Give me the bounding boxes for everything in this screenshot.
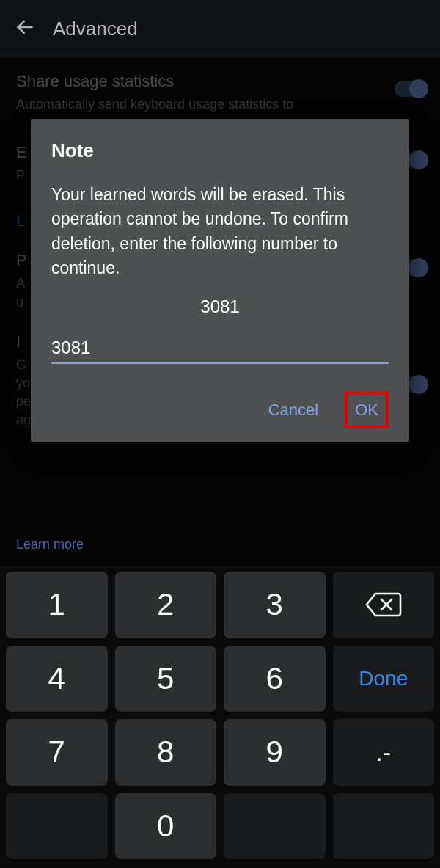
- page-title: Advanced: [53, 18, 138, 40]
- key-4[interactable]: 4: [6, 646, 108, 712]
- key-8[interactable]: 8: [115, 719, 217, 786]
- key-9[interactable]: 9: [224, 719, 326, 786]
- key-backspace[interactable]: [333, 572, 435, 638]
- toggle-thumb: [409, 79, 428, 98]
- arrow-left-icon: [15, 17, 35, 37]
- key-3[interactable]: 3: [224, 572, 326, 638]
- toggle-thumb: [409, 150, 428, 169]
- key-2[interactable]: 2: [115, 572, 217, 638]
- cancel-button[interactable]: Cancel: [261, 395, 326, 426]
- toggle-thumb: [409, 375, 428, 394]
- confirm-delete-dialog: Note Your learned words will be erased. …: [31, 119, 409, 442]
- setting-title: Share usage statistics: [16, 72, 424, 91]
- key-5[interactable]: 5: [115, 646, 217, 712]
- key-1[interactable]: 1: [6, 572, 108, 638]
- key-empty-right: [224, 793, 326, 860]
- key-empty-far-right: [333, 793, 435, 860]
- key-6[interactable]: 6: [224, 646, 326, 712]
- dialog-confirm-number: 3081: [51, 296, 389, 317]
- app-bar: Advanced: [0, 0, 440, 57]
- dialog-actions: Cancel OK: [51, 392, 389, 428]
- learn-more-link[interactable]: Learn more: [16, 537, 84, 552]
- back-button[interactable]: [15, 17, 35, 40]
- setting-share-usage[interactable]: Share usage statistics Automatically sen…: [16, 72, 424, 114]
- key-7[interactable]: 7: [6, 719, 108, 786]
- toggle-thumb: [409, 258, 428, 277]
- dialog-title: Note: [51, 139, 389, 162]
- key-symbol[interactable]: .-: [333, 719, 435, 786]
- confirm-number-input[interactable]: 3081: [51, 338, 389, 364]
- backspace-icon: [365, 591, 402, 618]
- toggle-switch[interactable]: [395, 81, 427, 97]
- input-value: 3081: [51, 338, 389, 358]
- numeric-keyboard: 1 2 3 4 5 6 Done 7 8 9 .- 0: [0, 566, 440, 868]
- dialog-body: Your learned words will be erased. This …: [51, 183, 389, 280]
- key-empty-left: [6, 793, 108, 860]
- key-done[interactable]: Done: [333, 646, 435, 712]
- key-0[interactable]: 0: [115, 793, 217, 860]
- setting-subtitle: Automatically send keyboard usage statis…: [16, 95, 424, 114]
- ok-button[interactable]: OK: [345, 392, 389, 428]
